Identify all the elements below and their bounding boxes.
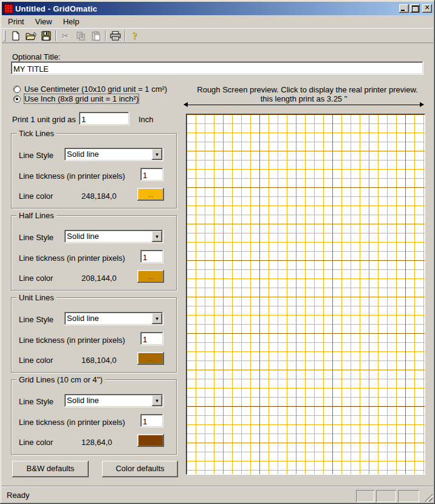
help-button[interactable]: ? (127, 29, 142, 43)
toolbar-separator (55, 30, 56, 41)
radio-inch[interactable] (13, 95, 21, 103)
title-bar[interactable]: Untitled - GridOmatic (2, 2, 433, 15)
grid-preview[interactable] (186, 114, 425, 475)
line-thickness-input[interactable] (140, 168, 163, 181)
arrow-right-icon (420, 102, 424, 107)
status-panel (356, 490, 374, 502)
help-question-icon: ? (132, 30, 137, 41)
arrow-left-icon (183, 102, 188, 107)
cut-button: ✂ (58, 29, 73, 43)
status-bar: Ready (2, 486, 433, 502)
print-unit-suffix: Inch (139, 115, 154, 124)
line-style-label: Line Style (19, 151, 53, 160)
chevron-down-icon[interactable]: ▼ (152, 231, 162, 242)
status-panel (376, 490, 396, 502)
group-title: Unit Lines (16, 293, 57, 302)
paste-icon (91, 31, 101, 41)
menu-print[interactable]: Print (2, 16, 30, 27)
line-color-button[interactable]: ... (137, 434, 164, 447)
preview-caption: Rough Screen preview. Click to display t… (186, 85, 429, 94)
new-file-button[interactable] (8, 29, 23, 43)
chevron-down-icon[interactable]: ▼ (152, 149, 162, 160)
copy-button (73, 29, 88, 43)
line-thickness-input[interactable] (140, 414, 163, 427)
line-color-label: Line color (19, 274, 53, 283)
print-unit-label: Print 1 unit grid as (12, 115, 76, 124)
line-style-value: Solid line (67, 396, 99, 405)
bw-defaults-button[interactable]: B&W defaults (12, 461, 89, 477)
line-thickness-input[interactable] (140, 332, 163, 345)
line-thickness-input[interactable] (140, 250, 163, 263)
length-arrow-label: this length print as 3.25 " (184, 94, 423, 103)
line-color-label: Line color (19, 356, 53, 365)
optional-title-label: Optional Title: (12, 52, 61, 61)
line-thickness-label: Line tickness (in printer pixels) (19, 418, 125, 427)
scissors-icon: ✂ (62, 31, 69, 41)
paste-button (88, 29, 103, 43)
new-page-icon (11, 31, 21, 41)
printer-icon (110, 31, 121, 41)
line-style-label: Line Style (19, 315, 53, 324)
print-unit-input[interactable] (79, 112, 129, 125)
line-style-value: Solid line (67, 232, 99, 241)
toolbar-gripper[interactable] (4, 30, 5, 41)
group-title: Half Lines (16, 211, 57, 220)
status-message: Ready (7, 491, 30, 500)
radio-centimeter-label[interactable]: Use Centimeter (10x10 grid unit = 1 cm²) (24, 85, 167, 94)
line-color-button[interactable]: ... (137, 270, 164, 283)
status-panel (398, 490, 419, 502)
line-color-rgb: 248,184,0 (81, 192, 117, 201)
line-style-select[interactable]: Solid line ▼ (64, 148, 163, 161)
line-color-rgb: 128,64,0 (81, 438, 112, 447)
radio-centimeter[interactable] (13, 86, 21, 93)
minimize-button[interactable] (399, 4, 409, 13)
line-style-label: Line Style (19, 397, 53, 406)
line-thickness-label: Line tickness (in printer pixels) (19, 254, 125, 263)
line-color-rgb: 168,104,0 (81, 356, 117, 365)
line-color-button[interactable]: ... (137, 352, 164, 365)
app-grid-icon (4, 4, 13, 13)
group-half-lines: Half Lines Line Style Solid line ▼ Line … (11, 215, 177, 291)
toolbar-separator (105, 30, 106, 41)
resize-grip-icon[interactable] (425, 494, 433, 502)
group-title: Tick Lines (16, 129, 57, 138)
line-style-value: Solid line (67, 314, 99, 323)
save-file-button[interactable] (38, 29, 53, 43)
line-color-rgb: 208,144,0 (81, 274, 117, 283)
line-style-value: Solid line (67, 150, 99, 159)
line-style-label: Line Style (19, 233, 53, 242)
line-style-select[interactable]: Solid line ▼ (64, 312, 163, 325)
chevron-down-icon[interactable]: ▼ (152, 313, 162, 324)
close-button[interactable] (422, 4, 432, 13)
chevron-down-icon[interactable]: ▼ (152, 395, 162, 406)
save-floppy-icon (41, 31, 51, 41)
maximize-button[interactable] (410, 4, 420, 13)
line-color-label: Line color (19, 438, 53, 447)
toolbar: ✂ ? (2, 28, 433, 43)
radio-inch-label[interactable]: Use Inch (8x8 grid unit = 1 inch²) (24, 94, 139, 103)
length-arrow: this length print as 3.25 " (184, 94, 423, 108)
line-style-select[interactable]: Solid line ▼ (64, 394, 163, 407)
window-title: Untitled - GridOmatic (15, 4, 398, 13)
line-color-button[interactable]: ... (137, 188, 164, 201)
toolbar-separator (125, 30, 125, 41)
menu-view[interactable]: View (30, 16, 58, 27)
optional-title-input[interactable] (11, 61, 423, 75)
menu-bar: Print View Help (2, 15, 433, 28)
group-tick-lines: Tick Lines Line Style Solid line ▼ Line … (11, 133, 177, 209)
open-folder-icon (26, 31, 36, 41)
group-title: Grid Lines (10 cm or 4'') (16, 375, 105, 384)
copy-icon (76, 31, 86, 41)
line-thickness-label: Line tickness (in printer pixels) (19, 171, 125, 181)
open-file-button[interactable] (23, 29, 38, 43)
line-style-select[interactable]: Solid line ▼ (64, 230, 163, 243)
gridomatic-window: Untitled - GridOmatic Print View Help (0, 0, 435, 504)
group-unit-lines: Unit Lines Line Style Solid line ▼ Line … (11, 297, 177, 373)
color-defaults-button[interactable]: Color defaults (102, 461, 178, 477)
length-arrow-line (184, 105, 423, 105)
group-grid-lines: Grid Lines (10 cm or 4'') Line Style Sol… (11, 379, 177, 455)
line-color-label: Line color (19, 192, 53, 201)
print-button[interactable] (108, 29, 123, 43)
menu-help[interactable]: Help (58, 16, 85, 27)
line-thickness-label: Line tickness (in printer pixels) (19, 336, 125, 345)
